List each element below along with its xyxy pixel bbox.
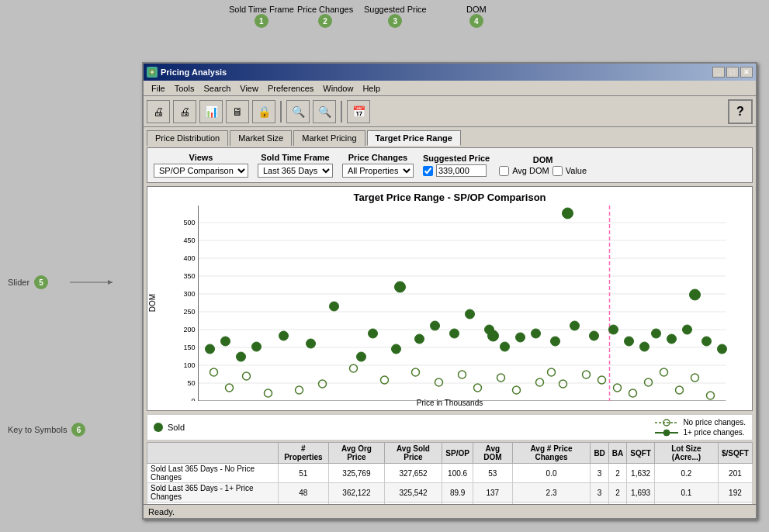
- controls-area: Views SP/OP Comparison Sold Time Frame L…: [147, 147, 753, 183]
- views-label: Views: [154, 153, 248, 162]
- menu-preferences[interactable]: Preferences: [263, 82, 318, 95]
- tab-market-pricing[interactable]: Market Pricing: [293, 130, 365, 146]
- svg-point-64: [536, 378, 544, 386]
- svg-point-51: [226, 384, 234, 392]
- row-label-2: Sold Last 365 Days - 1+ Price Changes: [147, 483, 279, 503]
- svg-point-102: [683, 325, 692, 334]
- row-spop-1: 100.6: [442, 464, 473, 483]
- toolbar-screen-btn[interactable]: 🖥: [226, 100, 249, 123]
- svg-point-57: [381, 376, 389, 384]
- chart-area: Target Price Range - SP/OP Comparison DO…: [147, 186, 753, 411]
- svg-text:50: 50: [187, 379, 195, 387]
- svg-point-107: [690, 289, 701, 300]
- svg-point-82: [330, 302, 339, 311]
- svg-point-71: [645, 378, 653, 386]
- value-checkbox[interactable]: [553, 166, 563, 176]
- table-row: Sold Last 365 Days - 1+ Price Changes 48…: [147, 483, 753, 503]
- price-changes-group: Price Changes All Properties: [342, 153, 414, 178]
- menubar: File Tools Search View Preferences Windo…: [144, 81, 756, 96]
- svg-text:400: 400: [183, 254, 195, 262]
- svg-point-83: [357, 352, 366, 361]
- price-changes-select[interactable]: All Properties: [342, 164, 414, 178]
- status-text: Ready.: [148, 507, 175, 516]
- menu-help[interactable]: Help: [358, 82, 385, 95]
- views-group: Views SP/OP Comparison: [154, 153, 248, 178]
- annotation-price-changes: Price Changes 2: [297, 5, 353, 28]
- menu-view[interactable]: View: [235, 82, 263, 95]
- minimize-button[interactable]: _: [712, 67, 725, 78]
- tab-market-size[interactable]: Market Size: [230, 130, 292, 146]
- views-select[interactable]: SP/OP Comparison: [154, 164, 248, 178]
- legend-area: No price changes. 1+ price changes.: [655, 418, 746, 437]
- toolbar-print2-btn[interactable]: 🖨: [173, 100, 196, 123]
- svg-point-84: [369, 329, 378, 338]
- svg-point-91: [501, 342, 510, 351]
- toolbar-search2-btn[interactable]: 🔍: [313, 100, 336, 123]
- svg-point-88: [450, 329, 459, 338]
- help-button[interactable]: ?: [728, 99, 753, 124]
- avg-dom-checkbox[interactable]: [499, 166, 509, 176]
- col-avg-org: Avg Org Price: [329, 443, 384, 464]
- row-avg-sold-2: 325,542: [384, 483, 442, 503]
- svg-point-112: [663, 430, 670, 436]
- legend-changes-label: 1+ price changes.: [683, 428, 744, 437]
- titlebar: Pricing Analysis _ □ ✕: [144, 64, 756, 81]
- sold-time-frame-select[interactable]: Last 365 Days: [258, 164, 333, 178]
- tab-price-distribution[interactable]: Price Distribution: [147, 130, 228, 146]
- tab-target-price-range[interactable]: Target Price Range: [367, 130, 461, 146]
- annotation-dom: DOM 4: [466, 5, 487, 28]
- svg-point-86: [415, 334, 424, 344]
- svg-point-85: [392, 344, 401, 354]
- suggested-price-input[interactable]: [436, 164, 487, 177]
- toolbar-calendar-btn[interactable]: 📅: [347, 100, 370, 123]
- svg-point-99: [640, 342, 649, 351]
- suggested-price-label: Suggested Price: [423, 154, 490, 163]
- menu-file[interactable]: File: [147, 82, 170, 95]
- legend-price-changes: 1+ price changes.: [655, 428, 744, 437]
- menu-search[interactable]: Search: [199, 82, 235, 95]
- toolbar-lock-btn[interactable]: 🔒: [252, 100, 275, 123]
- top-annotations: Sold Time Frame 1 Price Changes 2 Sugges…: [0, 0, 769, 62]
- svg-point-68: [598, 376, 606, 384]
- maximize-button[interactable]: □: [726, 67, 739, 78]
- key-label: Key to Symbols: [8, 425, 67, 434]
- dom-group: DOM Avg DOM Value: [499, 155, 587, 176]
- svg-point-52: [243, 372, 251, 380]
- slider-annotation: Slider 5: [8, 275, 48, 289]
- menu-window[interactable]: Window: [318, 82, 358, 95]
- sold-dot: [154, 423, 163, 432]
- svg-point-73: [676, 386, 684, 394]
- toolbar: 🖨 🖨 📊 🖥 🔒 🔍 🔍 📅 ?: [144, 96, 756, 127]
- svg-text:0: 0: [191, 397, 195, 401]
- svg-point-94: [551, 337, 560, 346]
- menu-tools[interactable]: Tools: [170, 82, 199, 95]
- col-sqft: SQFT: [627, 443, 655, 464]
- toolbar-chart-btn[interactable]: 📊: [199, 100, 223, 123]
- toolbar-print-btn[interactable]: 🖨: [147, 100, 170, 123]
- row-bd-1: 3: [591, 464, 608, 483]
- svg-point-78: [237, 352, 246, 361]
- row-price-changes-1: 0.0: [512, 464, 591, 483]
- svg-point-87: [431, 321, 440, 330]
- col-spop: SP/OP: [442, 443, 473, 464]
- window-controls[interactable]: _ □ ✕: [712, 67, 753, 78]
- row-avg-org-1: 325,769: [329, 464, 384, 483]
- row-lot-1: 0.2: [654, 464, 718, 483]
- suggested-price-group: Suggested Price: [423, 154, 490, 177]
- suggested-price-checkbox[interactable]: [423, 166, 433, 176]
- col-per-sqft: $/SQFT: [718, 443, 752, 464]
- svg-point-65: [548, 368, 556, 376]
- close-button[interactable]: ✕: [740, 67, 753, 78]
- svg-point-106: [488, 330, 499, 341]
- svg-text:200: 200: [183, 326, 195, 333]
- sold-label: Sold: [168, 423, 185, 432]
- svg-point-63: [513, 386, 521, 394]
- svg-point-62: [497, 374, 505, 382]
- row-props-1: 51: [278, 464, 329, 483]
- toolbar-search1-btn[interactable]: 🔍: [286, 100, 310, 123]
- avg-dom-label: Avg DOM: [512, 166, 549, 175]
- svg-text:350: 350: [183, 272, 195, 280]
- svg-point-100: [652, 329, 661, 338]
- tabs: Price Distribution Market Size Market Pr…: [144, 127, 756, 146]
- window-title: Pricing Analysis: [161, 67, 227, 77]
